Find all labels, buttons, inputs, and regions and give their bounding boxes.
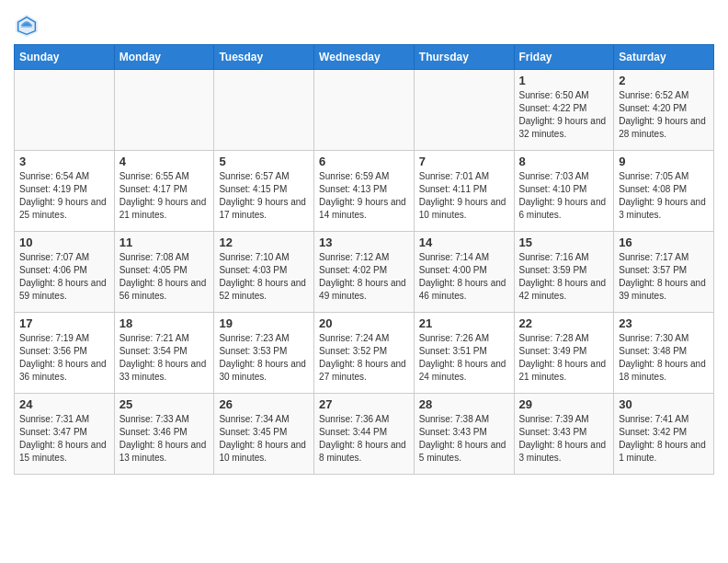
day-info: Sunrise: 7:34 AM Sunset: 3:45 PM Dayligh… <box>219 413 309 465</box>
header-day-sunday: Sunday <box>15 45 115 70</box>
day-number: 14 <box>419 236 509 249</box>
calendar-cell <box>414 70 514 151</box>
day-number: 3 <box>19 155 109 168</box>
calendar-cell <box>214 70 314 151</box>
calendar-cell <box>314 70 415 151</box>
week-row-2: 3Sunrise: 6:54 AM Sunset: 4:19 PM Daylig… <box>15 151 714 232</box>
day-number: 12 <box>219 236 309 249</box>
day-number: 21 <box>419 316 509 330</box>
day-number: 30 <box>619 397 709 411</box>
calendar-cell: 15Sunrise: 7:16 AM Sunset: 3:59 PM Dayli… <box>514 232 614 313</box>
day-info: Sunrise: 6:57 AM Sunset: 4:15 PM Dayligh… <box>219 170 309 222</box>
calendar-cell: 8Sunrise: 7:03 AM Sunset: 4:10 PM Daylig… <box>514 151 614 232</box>
header-day-friday: Friday <box>514 45 614 70</box>
header-day-tuesday: Tuesday <box>214 45 314 70</box>
day-info: Sunrise: 7:30 AM Sunset: 3:48 PM Dayligh… <box>619 332 709 384</box>
calendar-cell: 7Sunrise: 7:01 AM Sunset: 4:11 PM Daylig… <box>414 151 514 232</box>
day-info: Sunrise: 7:10 AM Sunset: 4:03 PM Dayligh… <box>219 251 309 303</box>
day-info: Sunrise: 7:31 AM Sunset: 3:47 PM Dayligh… <box>19 413 109 465</box>
calendar-cell: 23Sunrise: 7:30 AM Sunset: 3:48 PM Dayli… <box>614 313 714 394</box>
day-number: 5 <box>219 155 309 168</box>
calendar-cell: 19Sunrise: 7:23 AM Sunset: 3:53 PM Dayli… <box>214 313 314 394</box>
calendar-cell: 1Sunrise: 6:50 AM Sunset: 4:22 PM Daylig… <box>514 70 614 151</box>
calendar-body: 1Sunrise: 6:50 AM Sunset: 4:22 PM Daylig… <box>15 70 714 475</box>
calendar-cell: 13Sunrise: 7:12 AM Sunset: 4:02 PM Dayli… <box>314 232 415 313</box>
day-number: 26 <box>219 397 309 411</box>
day-number: 6 <box>319 155 409 168</box>
week-row-5: 24Sunrise: 7:31 AM Sunset: 3:47 PM Dayli… <box>15 394 714 475</box>
calendar-cell: 9Sunrise: 7:05 AM Sunset: 4:08 PM Daylig… <box>614 151 714 232</box>
calendar-cell: 22Sunrise: 7:28 AM Sunset: 3:49 PM Dayli… <box>514 313 614 394</box>
day-number: 28 <box>419 397 509 411</box>
calendar-cell: 2Sunrise: 6:52 AM Sunset: 4:20 PM Daylig… <box>614 70 714 151</box>
calendar-cell: 11Sunrise: 7:08 AM Sunset: 4:05 PM Dayli… <box>114 232 214 313</box>
day-number: 22 <box>519 316 609 330</box>
day-number: 13 <box>319 236 409 249</box>
calendar-cell: 20Sunrise: 7:24 AM Sunset: 3:52 PM Dayli… <box>314 313 415 394</box>
calendar-cell: 26Sunrise: 7:34 AM Sunset: 3:45 PM Dayli… <box>214 394 314 475</box>
day-number: 20 <box>319 316 409 330</box>
day-info: Sunrise: 7:17 AM Sunset: 3:57 PM Dayligh… <box>619 251 709 303</box>
calendar-cell: 21Sunrise: 7:26 AM Sunset: 3:51 PM Dayli… <box>414 313 514 394</box>
day-number: 10 <box>19 236 109 249</box>
day-info: Sunrise: 7:01 AM Sunset: 4:11 PM Dayligh… <box>419 170 509 222</box>
day-number: 23 <box>619 316 709 330</box>
calendar-cell: 28Sunrise: 7:38 AM Sunset: 3:43 PM Dayli… <box>414 394 514 475</box>
calendar-table: SundayMondayTuesdayWednesdayThursdayFrid… <box>14 44 714 475</box>
day-number: 1 <box>519 74 609 87</box>
day-info: Sunrise: 7:19 AM Sunset: 3:56 PM Dayligh… <box>19 332 109 384</box>
day-number: 7 <box>419 155 509 168</box>
day-number: 9 <box>619 155 709 168</box>
calendar-cell: 24Sunrise: 7:31 AM Sunset: 3:47 PM Dayli… <box>15 394 115 475</box>
header-day-thursday: Thursday <box>414 45 514 70</box>
day-info: Sunrise: 7:33 AM Sunset: 3:46 PM Dayligh… <box>119 413 210 465</box>
day-info: Sunrise: 7:16 AM Sunset: 3:59 PM Dayligh… <box>519 251 609 303</box>
calendar-cell: 5Sunrise: 6:57 AM Sunset: 4:15 PM Daylig… <box>214 151 314 232</box>
day-info: Sunrise: 7:05 AM Sunset: 4:08 PM Dayligh… <box>619 170 709 222</box>
calendar-cell: 29Sunrise: 7:39 AM Sunset: 3:43 PM Dayli… <box>514 394 614 475</box>
week-row-1: 1Sunrise: 6:50 AM Sunset: 4:22 PM Daylig… <box>15 70 714 151</box>
day-number: 19 <box>219 316 309 330</box>
calendar-cell: 27Sunrise: 7:36 AM Sunset: 3:44 PM Dayli… <box>314 394 415 475</box>
day-info: Sunrise: 6:52 AM Sunset: 4:20 PM Dayligh… <box>619 89 709 141</box>
day-number: 24 <box>19 397 109 411</box>
day-number: 18 <box>119 316 210 330</box>
day-info: Sunrise: 6:50 AM Sunset: 4:22 PM Dayligh… <box>519 89 609 141</box>
day-number: 16 <box>619 236 709 249</box>
week-row-3: 10Sunrise: 7:07 AM Sunset: 4:06 PM Dayli… <box>15 232 714 313</box>
day-number: 2 <box>619 74 709 87</box>
calendar-cell: 14Sunrise: 7:14 AM Sunset: 4:00 PM Dayli… <box>414 232 514 313</box>
day-info: Sunrise: 6:55 AM Sunset: 4:17 PM Dayligh… <box>119 170 210 222</box>
day-number: 8 <box>519 155 609 168</box>
day-number: 29 <box>519 397 609 411</box>
day-info: Sunrise: 7:14 AM Sunset: 4:00 PM Dayligh… <box>419 251 509 303</box>
day-number: 4 <box>119 155 210 168</box>
calendar-cell: 30Sunrise: 7:41 AM Sunset: 3:42 PM Dayli… <box>614 394 714 475</box>
calendar-cell: 6Sunrise: 6:59 AM Sunset: 4:13 PM Daylig… <box>314 151 415 232</box>
calendar-cell: 25Sunrise: 7:33 AM Sunset: 3:46 PM Dayli… <box>114 394 214 475</box>
day-info: Sunrise: 6:59 AM Sunset: 4:13 PM Dayligh… <box>319 170 409 222</box>
calendar-cell: 4Sunrise: 6:55 AM Sunset: 4:17 PM Daylig… <box>114 151 214 232</box>
header <box>14 9 714 39</box>
day-info: Sunrise: 7:07 AM Sunset: 4:06 PM Dayligh… <box>19 251 109 303</box>
calendar-cell: 10Sunrise: 7:07 AM Sunset: 4:06 PM Dayli… <box>15 232 115 313</box>
day-info: Sunrise: 7:26 AM Sunset: 3:51 PM Dayligh… <box>419 332 509 384</box>
day-info: Sunrise: 7:36 AM Sunset: 3:44 PM Dayligh… <box>319 413 409 465</box>
day-number: 25 <box>119 397 210 411</box>
header-day-monday: Monday <box>114 45 214 70</box>
day-info: Sunrise: 7:41 AM Sunset: 3:42 PM Dayligh… <box>619 413 709 465</box>
day-info: Sunrise: 7:08 AM Sunset: 4:05 PM Dayligh… <box>119 251 210 303</box>
day-info: Sunrise: 7:03 AM Sunset: 4:10 PM Dayligh… <box>519 170 609 222</box>
calendar-cell <box>15 70 115 151</box>
calendar-cell <box>114 70 214 151</box>
header-day-saturday: Saturday <box>614 45 714 70</box>
day-info: Sunrise: 7:38 AM Sunset: 3:43 PM Dayligh… <box>419 413 509 465</box>
day-info: Sunrise: 7:21 AM Sunset: 3:54 PM Dayligh… <box>119 332 210 384</box>
calendar-cell: 18Sunrise: 7:21 AM Sunset: 3:54 PM Dayli… <box>114 313 214 394</box>
day-info: Sunrise: 7:28 AM Sunset: 3:49 PM Dayligh… <box>519 332 609 384</box>
day-info: Sunrise: 6:54 AM Sunset: 4:19 PM Dayligh… <box>19 170 109 222</box>
day-number: 15 <box>519 236 609 249</box>
day-info: Sunrise: 7:12 AM Sunset: 4:02 PM Dayligh… <box>319 251 409 303</box>
calendar-cell: 16Sunrise: 7:17 AM Sunset: 3:57 PM Dayli… <box>614 232 714 313</box>
calendar-cell: 3Sunrise: 6:54 AM Sunset: 4:19 PM Daylig… <box>15 151 115 232</box>
